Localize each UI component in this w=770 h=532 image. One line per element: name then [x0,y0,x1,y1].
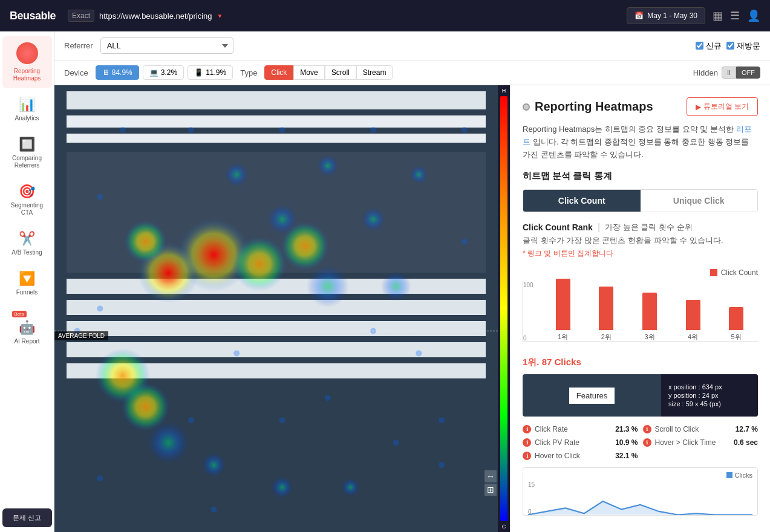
url-text: https://www.beusable.net/pricing [99,11,212,21]
checkbox-new-label: 신규 [706,41,722,51]
tutorial-btn-label: 튜토리얼 보기 [703,102,749,112]
sidebar-item-segmenting-cta[interactable]: 🎯 SegmentingCTA [2,178,52,222]
sidebar-item-label-comparing-referrers: ComparingReferrers [12,155,42,169]
metric-label-click-pv-rate: Click PV Rate [535,438,579,447]
url-bar: Exact https://www.beusable.net/pricing ▼ [68,10,223,22]
heatmap-canvas [54,85,510,532]
chart-legend-label: Click Count [721,268,758,277]
color-scale-bar [500,96,507,521]
color-scale: H C [498,85,510,532]
report-problem-button[interactable]: 문제 신고 [2,508,52,527]
checkbox-revisit-input[interactable] [726,42,734,50]
controls-bar: Referrer ALL Google Direct Referral 신규 재… [54,31,770,60]
toggle-switch[interactable]: II OFF [722,66,760,79]
tutorial-button[interactable]: ▶ 튜토리얼 보기 [687,97,758,116]
heatmap-container[interactable]: AVERAGE FOLD H C ↔ ⊞ [54,85,510,532]
mini-chart-legend: Clicks [528,472,752,479]
type-click-btn[interactable]: Click [264,65,293,80]
type-stream-btn[interactable]: Stream [356,65,393,80]
ab-testing-icon: ✂️ [19,231,35,247]
tab-unique-click[interactable]: Unique Click [641,190,758,212]
bar-fill-5 [729,307,743,330]
device-group: 🖥 84.9% 💻 3.2% 📱 11.9% [96,65,233,80]
type-filter-label: Type [240,68,257,77]
metric-value-click-pv-rate: 10.9 % [615,438,638,447]
sidebar-item-ai-report[interactable]: Beta 🤖 AI Report [2,305,52,351]
bar-item-2: 2위 [585,287,628,342]
tab-click-count[interactable]: Click Count [523,190,641,212]
main-content: Referrer ALL Google Direct Referral 신규 재… [54,31,770,532]
rank-title-row: Click Count Rank | 가장 높은 클릭 횟수 순위 [523,222,758,233]
type-scroll-btn[interactable]: Scroll [325,65,356,80]
scale-low-label: C [502,524,506,530]
calendar-icon: 📅 [635,11,644,20]
ai-report-icon: 🤖 [19,320,35,336]
sidebar-item-comparing-referrers[interactable]: 🔲 ComparingReferrers [2,131,52,175]
url-dropdown-icon[interactable]: ▼ [217,13,223,19]
checkbox-new[interactable]: 신규 [696,41,722,51]
toggle-pause-label: II [722,66,736,79]
metric-icon-scroll-to-click: ℹ [643,425,651,433]
menu-icon[interactable]: ☰ [730,9,740,22]
reporting-heatmaps-icon [16,42,38,64]
zoom-controls: ↔ ⊞ [485,470,497,496]
bar-fill-3 [642,293,657,330]
rank1-clicks: 87 Clicks [542,357,581,367]
mini-legend-dot [726,472,732,478]
hidden-label: Hidden [693,68,718,77]
referrer-select[interactable]: ALL Google Direct Referral [100,37,233,54]
checkbox-new-input[interactable] [696,42,703,50]
right-panel: Reporting Heatmaps ▶ 튜토리얼 보기 Reporting H… [510,85,770,532]
app-body: ReportingHeatmaps 📊 Analytics 🔲 Comparin… [0,31,770,532]
bar-label-4: 4위 [688,332,698,342]
rank1-y: y position : 24 px [668,392,751,399]
rank1-preview: Features [523,374,661,417]
device-tablet-btn[interactable]: 💻 3.2% [143,65,184,80]
content-area: AVERAGE FOLD H C ↔ ⊞ [54,85,770,532]
panel-header: Reporting Heatmaps ▶ 튜토리얼 보기 [523,97,758,116]
metric-icon-click-rate: ℹ [523,425,531,433]
sidebar-item-funnels[interactable]: 🔽 Funnels [2,265,52,302]
metric-value-hover-to-click: 32.1 % [615,452,638,460]
metric-scroll-to-click: ℹ Scroll to Click 12.7 % [643,425,759,433]
metric-label-hover-click-time: Hover > Click Time [655,438,716,447]
toggle-off-label: OFF [736,66,760,79]
tab-group: Click Count Unique Click [523,189,758,212]
rank1-section: 1위. 87 Clicks Features x position : 634 … [523,357,758,417]
mini-y-top: 15 [528,481,535,488]
sidebar-item-reporting-heatmaps[interactable]: ReportingHeatmaps [2,36,52,88]
type-move-btn[interactable]: Move [293,65,324,80]
date-range-picker[interactable]: 📅 May 1 - May 30 [627,7,705,24]
metric-hover-click-time: ℹ Hover > Click Time 0.6 sec [643,438,759,447]
bar-label-1: 1위 [558,332,568,342]
rank1-header: 1위. 87 Clicks [523,357,758,368]
heatmap-icon[interactable]: ▦ [713,9,723,22]
mini-chart-body: 15 0 [528,481,752,515]
zoom-fit-btn[interactable]: ⊞ [485,484,497,496]
bar-item-1: 1위 [541,279,585,342]
device-filter-label: Device [64,68,88,77]
metric-icon-hover-click-time: ℹ [643,438,651,447]
scale-high-label: H [502,88,506,94]
report-link[interactable]: 리포트 [523,125,752,146]
metric-icon-click-pv-rate: ℹ [523,438,531,447]
rank-note: * 링크 및 버튼만 집계합니다 [523,248,758,259]
analytics-icon: 📊 [19,97,35,112]
user-icon[interactable]: 👤 [747,9,760,22]
rank-subtitle: 가장 높은 클릭 횟수 순위 [605,222,692,233]
bar-label-3: 3위 [644,332,654,342]
device-mobile-btn[interactable]: 📱 11.9% [188,65,233,80]
checkbox-revisit[interactable]: 재방문 [726,41,760,51]
segmenting-cta-icon: 🎯 [19,184,35,199]
bar-chart: Click Count 100 0 1위 2위 [523,268,758,347]
device-desktop-btn[interactable]: 🖥 84.9% [96,65,139,80]
header-right: 📅 May 1 - May 30 ▦ ☰ 👤 [627,7,760,24]
rank1-number: 1위. [523,357,540,367]
sidebar-item-ab-testing[interactable]: ✂️ A/B Testing [2,225,52,262]
y-label-bottom: 0 [523,335,533,342]
y-axis: 100 0 [523,282,533,342]
section-title: 히트맵 분석 클릭 통계 [523,170,758,182]
sidebar-item-analytics[interactable]: 📊 Analytics [2,91,52,128]
mini-chart-svg [528,481,752,515]
zoom-horizontal-btn[interactable]: ↔ [485,470,497,482]
